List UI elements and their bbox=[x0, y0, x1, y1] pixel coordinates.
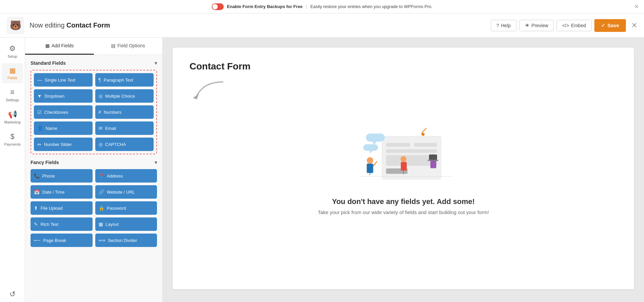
dropdown-icon: ▼ bbox=[37, 93, 42, 99]
field-section-divider[interactable]: ⟺ Section Divider bbox=[95, 234, 157, 247]
sidebar-item-marketing[interactable]: 📢 Marketing bbox=[2, 107, 23, 128]
field-phone-label: Phone bbox=[42, 173, 55, 179]
save-button[interactable]: ✓ Save bbox=[594, 19, 626, 32]
header: 🐻 Now editing Contact Form ? Help 👁 Prev… bbox=[0, 13, 644, 38]
header-title: Now editing Contact Form bbox=[30, 21, 485, 29]
svg-rect-4 bbox=[386, 149, 437, 153]
help-label: Help bbox=[501, 23, 511, 28]
svg-rect-9 bbox=[363, 144, 378, 151]
sidebar-item-payments[interactable]: $ Payments bbox=[2, 129, 23, 150]
phone-icon: 📞 bbox=[34, 173, 40, 179]
field-layout-label: Layout bbox=[106, 222, 119, 227]
form-canvas: Contact Form bbox=[173, 48, 634, 289]
field-checkboxes[interactable]: ☑ Checkboxes bbox=[34, 105, 93, 119]
field-page-break[interactable]: ⟵ Page Break bbox=[31, 234, 93, 247]
embed-button[interactable]: </> Embed bbox=[556, 20, 592, 31]
field-phone[interactable]: 📞 Phone bbox=[31, 169, 93, 183]
multiple-choice-icon: ◎ bbox=[99, 93, 103, 99]
field-checkboxes-label: Checkboxes bbox=[44, 110, 68, 115]
fancy-fields-chevron[interactable]: ▾ bbox=[155, 160, 157, 165]
fields-scroll[interactable]: Standard Fields ▾ — Single Line Text ¶ P… bbox=[25, 55, 162, 302]
preview-label: Preview bbox=[532, 23, 548, 28]
single-line-text-icon: — bbox=[37, 77, 42, 83]
svg-rect-18 bbox=[401, 162, 407, 171]
field-numbers[interactable]: # Numbers bbox=[95, 105, 154, 119]
sidebar-item-payments-label: Payments bbox=[4, 142, 21, 146]
website-url-icon: 🔗 bbox=[99, 189, 104, 195]
number-slider-icon: ⇔ bbox=[37, 142, 41, 147]
form-name: Contact Form bbox=[66, 21, 110, 29]
sidebar-item-setup[interactable]: ⚙ Setup bbox=[2, 41, 23, 62]
notification-bar: Enable Form Entry Backups for Free | Eas… bbox=[0, 0, 644, 13]
field-email-label: Email bbox=[105, 126, 116, 131]
layout-icon: ▦ bbox=[99, 221, 103, 227]
field-page-break-label: Page Break bbox=[43, 238, 66, 243]
field-dropdown[interactable]: ▼ Dropdown bbox=[34, 89, 93, 103]
field-single-line-text[interactable]: — Single Line Text bbox=[34, 73, 93, 87]
svg-rect-21 bbox=[430, 160, 436, 168]
sidebar: ⚙ Setup ▦ Fields ≡ Settings 📢 Marketing … bbox=[0, 38, 25, 302]
svg-rect-7 bbox=[366, 134, 385, 142]
tab-add-fields[interactable]: ▦ Add Fields bbox=[25, 38, 94, 55]
marketing-icon: 📢 bbox=[8, 110, 17, 119]
tab-field-options-label: Field Options bbox=[117, 43, 145, 48]
sidebar-item-history[interactable]: ↺ bbox=[2, 287, 23, 302]
sidebar-item-fields-label: Fields bbox=[7, 76, 17, 80]
checkboxes-icon: ☑ bbox=[37, 109, 42, 115]
empty-title: You don't have any fields yet. Add some! bbox=[332, 197, 475, 206]
svg-rect-2 bbox=[386, 143, 410, 147]
close-button[interactable]: ✕ bbox=[631, 21, 637, 30]
field-multiple-choice[interactable]: ◎ Multiple Choice bbox=[95, 89, 154, 103]
field-number-slider[interactable]: ⇔ Number Slider bbox=[34, 138, 93, 151]
fields-panel: ▦ Add Fields ▤ Field Options Standard Fi… bbox=[25, 38, 163, 302]
field-rich-text[interactable]: ✎ Rich Text bbox=[31, 217, 93, 231]
app-logo: 🐻 bbox=[7, 17, 24, 34]
field-file-upload[interactable]: ⬆ File Upload bbox=[31, 201, 93, 215]
empty-state: You don't have any fields yet. Add some!… bbox=[190, 102, 617, 229]
main-layout: ⚙ Setup ▦ Fields ≡ Settings 📢 Marketing … bbox=[0, 38, 644, 302]
sidebar-item-fields[interactable]: ▦ Fields bbox=[2, 63, 23, 83]
arrow-indicator bbox=[190, 82, 617, 102]
svg-line-11 bbox=[422, 128, 426, 132]
sidebar-item-settings[interactable]: ≡ Settings bbox=[2, 85, 23, 105]
svg-line-16 bbox=[373, 162, 376, 166]
sidebar-item-marketing-label: Marketing bbox=[4, 120, 20, 124]
save-checkmark-icon: ✓ bbox=[601, 22, 605, 29]
svg-point-17 bbox=[400, 156, 407, 162]
tab-add-fields-label: Add Fields bbox=[52, 43, 74, 48]
help-icon: ? bbox=[496, 23, 499, 28]
svg-marker-12 bbox=[421, 132, 425, 136]
field-multiple-choice-label: Multiple Choice bbox=[105, 94, 135, 99]
field-date-time[interactable]: 📅 Date / Time bbox=[31, 185, 93, 199]
svg-marker-0 bbox=[193, 94, 199, 99]
svg-rect-22 bbox=[429, 154, 437, 160]
close-notif-button[interactable]: ✕ bbox=[634, 3, 639, 10]
tab-field-options[interactable]: ▤ Field Options bbox=[94, 38, 163, 55]
sidebar-item-settings-label: Settings bbox=[6, 98, 19, 102]
paragraph-text-icon: ¶ bbox=[99, 77, 101, 83]
field-numbers-label: Numbers bbox=[104, 110, 121, 115]
field-dropdown-label: Dropdown bbox=[45, 94, 64, 99]
help-button[interactable]: ? Help bbox=[491, 20, 517, 31]
field-password[interactable]: 🔒 Password bbox=[95, 201, 157, 215]
email-icon: ✉ bbox=[99, 125, 103, 131]
svg-point-13 bbox=[367, 157, 373, 163]
field-website-url[interactable]: 🔗 Website / URL bbox=[95, 185, 157, 199]
standard-fields-grid: — Single Line Text ¶ Paragraph Text ▼ Dr… bbox=[31, 70, 157, 154]
field-email[interactable]: ✉ Email bbox=[95, 121, 154, 135]
header-actions: ? Help 👁 Preview </> Embed ✓ Save ✕ bbox=[491, 19, 637, 32]
field-layout[interactable]: ▦ Layout bbox=[95, 217, 157, 231]
preview-button[interactable]: 👁 Preview bbox=[519, 20, 554, 31]
standard-fields-chevron[interactable]: ▾ bbox=[155, 60, 157, 66]
svg-marker-10 bbox=[369, 151, 372, 153]
section-divider-icon: ⟺ bbox=[99, 238, 105, 243]
add-fields-grid-icon: ▦ bbox=[45, 43, 50, 48]
field-captcha[interactable]: ◎ CAPTCHA bbox=[95, 138, 154, 151]
field-single-line-text-label: Single Line Text bbox=[45, 78, 75, 83]
field-address[interactable]: 📍 Address bbox=[95, 169, 157, 183]
field-paragraph-text[interactable]: ¶ Paragraph Text bbox=[95, 73, 154, 87]
backup-toggle[interactable] bbox=[212, 3, 224, 10]
canvas-area: Contact Form bbox=[163, 38, 644, 302]
fancy-fields-grid: 📞 Phone 📍 Address 📅 Date / Time 🔗 Websit… bbox=[31, 169, 157, 247]
field-name[interactable]: 👤 Name bbox=[34, 121, 93, 135]
